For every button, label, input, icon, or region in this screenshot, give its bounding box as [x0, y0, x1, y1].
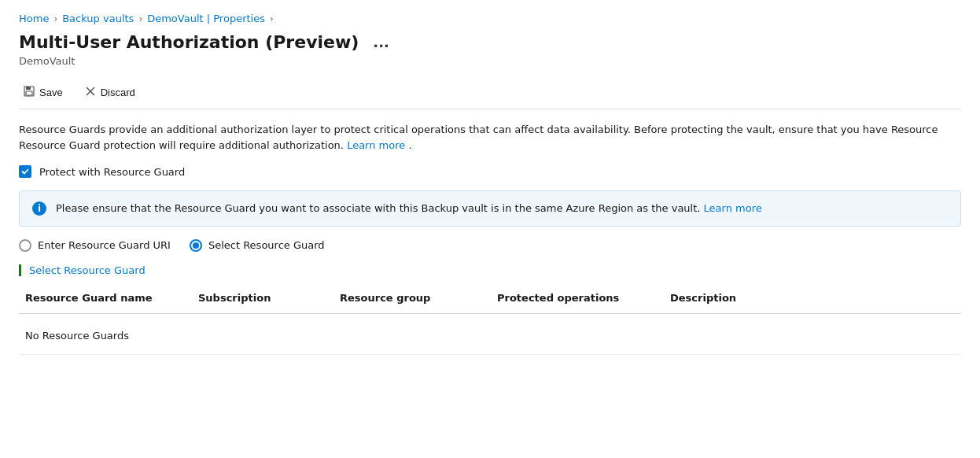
table-header: Resource Guard name Subscription Resourc…: [19, 289, 961, 314]
info-banner: i Please ensure that the Resource Guard …: [19, 190, 961, 227]
breadcrumb-sep-1: ›: [53, 13, 57, 24]
radio-enter-uri-circle: [19, 239, 31, 252]
ellipsis-menu-button[interactable]: ...: [368, 32, 394, 52]
description-text: Resource Guards provide an additional au…: [19, 122, 961, 153]
page-subtitle: DemoVault: [19, 55, 961, 67]
breadcrumb-home[interactable]: Home: [19, 13, 49, 24]
svg-rect-2: [26, 91, 32, 95]
table-header-protected-operations: Protected operations: [491, 289, 664, 307]
table-row-empty: No Resource Guards: [19, 317, 961, 355]
page-title: Multi-User Authorization (Preview): [19, 32, 359, 52]
save-icon: [24, 86, 35, 99]
radio-enter-uri-label: Enter Resource Guard URI: [38, 239, 171, 251]
radio-options-row: Enter Resource Guard URI Select Resource…: [19, 239, 961, 252]
discard-label: Discard: [101, 87, 135, 98]
radio-select-guard[interactable]: Select Resource Guard: [190, 239, 325, 252]
description-learn-more-link[interactable]: Learn more: [347, 139, 405, 151]
save-button[interactable]: Save: [19, 83, 68, 102]
breadcrumb-sep-2: ›: [138, 13, 142, 24]
protect-checkbox[interactable]: [19, 165, 31, 178]
radio-select-guard-circle: [190, 239, 202, 252]
table-header-subscription: Subscription: [192, 289, 333, 307]
svg-rect-1: [26, 87, 31, 90]
radio-select-guard-label: Select Resource Guard: [208, 239, 325, 251]
info-icon: i: [32, 201, 46, 216]
page-title-container: Multi-User Authorization (Preview) ...: [19, 32, 961, 52]
discard-icon: [85, 86, 96, 99]
table-header-name: Resource Guard name: [19, 289, 192, 307]
radio-enter-uri[interactable]: Enter Resource Guard URI: [19, 239, 171, 252]
table-header-resource-group: Resource group: [333, 289, 491, 307]
save-label: Save: [39, 87, 63, 98]
table-header-description: Description: [664, 289, 961, 307]
info-banner-text: Please ensure that the Resource Guard yo…: [56, 201, 762, 216]
no-data-text: No Resource Guards: [19, 323, 192, 348]
select-resource-guard-link[interactable]: Select Resource Guard: [19, 264, 146, 276]
toolbar: Save Discard: [19, 76, 961, 109]
breadcrumb: Home › Backup vaults › DemoVault | Prope…: [19, 13, 961, 24]
protect-checkbox-row: Protect with Resource Guard: [19, 165, 961, 178]
breadcrumb-sep-3: ›: [270, 13, 274, 24]
info-learn-more-link[interactable]: Learn more: [704, 202, 762, 214]
discard-button[interactable]: Discard: [80, 83, 140, 102]
protect-checkbox-label: Protect with Resource Guard: [39, 166, 185, 178]
resource-guard-table: Resource Guard name Subscription Resourc…: [19, 289, 961, 355]
breadcrumb-demovault-properties[interactable]: DemoVault | Properties: [147, 13, 265, 24]
breadcrumb-backup-vaults[interactable]: Backup vaults: [62, 13, 134, 24]
